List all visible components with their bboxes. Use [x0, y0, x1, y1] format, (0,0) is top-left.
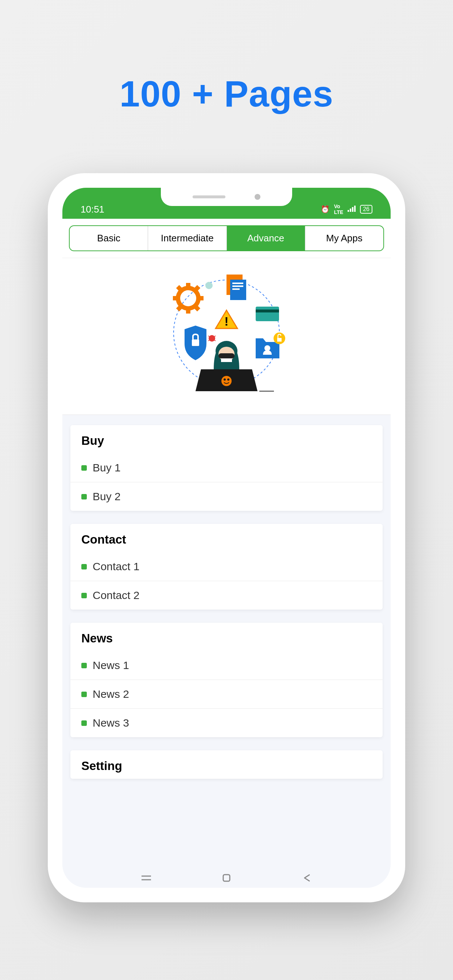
status-bar: 10:51 ⏰ VoLTE 26	[62, 188, 391, 219]
list-item[interactable]: Contact 1	[70, 552, 383, 581]
bullet-icon	[81, 494, 87, 500]
svg-rect-40	[223, 875, 230, 881]
svg-rect-6	[186, 283, 190, 288]
android-nav-bar	[62, 872, 391, 883]
svg-rect-2	[352, 207, 353, 212]
svg-point-14	[205, 282, 213, 289]
svg-rect-1	[350, 208, 351, 212]
svg-point-27	[265, 345, 270, 351]
list-item-label: News 2	[93, 688, 129, 700]
list-item[interactable]: News 1	[70, 651, 383, 680]
alarm-icon: ⏰	[321, 205, 330, 214]
section-title: Buy	[70, 425, 383, 453]
list-item-label: News 1	[93, 659, 129, 671]
svg-point-36	[227, 379, 230, 380]
svg-point-5	[178, 288, 198, 309]
status-icons: ⏰ VoLTE 26	[321, 204, 372, 215]
tab-basic[interactable]: Basic	[70, 226, 148, 250]
section-card-contact: ContactContact 1Contact 2	[70, 524, 383, 609]
hacker-illustration-icon: !	[153, 267, 300, 406]
section-items: Contact 1Contact 2	[70, 552, 383, 609]
list-item[interactable]: News 3	[70, 709, 383, 737]
tab-advance[interactable]: Advance	[227, 226, 305, 250]
svg-rect-9	[198, 296, 204, 301]
recent-apps-icon[interactable]	[139, 872, 153, 883]
bullet-icon	[81, 721, 87, 726]
status-time: 10:51	[81, 204, 104, 215]
section-title: News	[70, 623, 383, 651]
svg-rect-3	[354, 205, 356, 212]
svg-text:!: !	[224, 314, 228, 328]
svg-rect-18	[232, 285, 243, 287]
bullet-icon	[81, 663, 87, 668]
list-item-label: Contact 1	[93, 560, 139, 573]
list-item[interactable]: Contact 2	[70, 581, 383, 609]
section-card-news: NewsNews 1News 2News 3	[70, 623, 383, 737]
section-card-setting: Setting	[70, 750, 383, 779]
svg-rect-0	[348, 210, 349, 212]
section-title: Setting	[70, 750, 383, 779]
list-item[interactable]: Buy 1	[70, 453, 383, 482]
section-card-buy: BuyBuy 1Buy 2	[70, 425, 383, 511]
svg-rect-7	[186, 309, 190, 313]
section-title: Contact	[70, 524, 383, 552]
page-headline: 100 + Pages	[120, 73, 333, 115]
svg-rect-8	[173, 296, 178, 301]
svg-rect-23	[192, 339, 199, 346]
phone-frame: 10:51 ⏰ VoLTE 26 BasicIntermediateAdvanc…	[48, 173, 405, 902]
bullet-icon	[81, 692, 87, 697]
list-item[interactable]: Buy 2	[70, 482, 383, 511]
hero-illustration: !	[62, 258, 391, 415]
svg-point-35	[223, 379, 226, 380]
volte-icon: VoLTE	[334, 204, 343, 215]
phone-notch	[161, 188, 292, 206]
list-item-label: News 3	[93, 717, 129, 729]
svg-rect-21	[256, 310, 279, 312]
section-items: News 1News 2News 3	[70, 651, 383, 737]
tab-intermediate[interactable]: Intermediate	[148, 226, 226, 250]
svg-rect-32	[219, 353, 234, 358]
tabs-container: BasicIntermediateAdvanceMy Apps	[62, 219, 391, 258]
list-item-label: Buy 2	[93, 490, 121, 503]
signal-icon	[348, 205, 356, 214]
svg-rect-20	[256, 307, 279, 321]
bullet-icon	[81, 593, 87, 598]
svg-rect-29	[277, 338, 282, 342]
svg-rect-33	[221, 358, 232, 362]
segmented-tabs: BasicIntermediateAdvanceMy Apps	[69, 225, 384, 251]
back-icon[interactable]	[300, 872, 314, 883]
phone-screen: 10:51 ⏰ VoLTE 26 BasicIntermediateAdvanc…	[62, 188, 391, 888]
battery-icon: 26	[360, 205, 372, 214]
front-camera	[255, 194, 260, 200]
svg-rect-17	[232, 283, 243, 284]
list-item-label: Buy 1	[93, 461, 121, 474]
home-icon[interactable]	[219, 872, 234, 883]
bullet-icon	[81, 564, 87, 570]
svg-point-34	[222, 376, 231, 386]
content-list[interactable]: BuyBuy 1Buy 2ContactContact 1Contact 2Ne…	[62, 415, 391, 888]
list-item[interactable]: News 2	[70, 680, 383, 709]
svg-rect-19	[232, 288, 239, 290]
bullet-icon	[81, 465, 87, 471]
section-items: Buy 1Buy 2	[70, 453, 383, 511]
tab-my-apps[interactable]: My Apps	[305, 226, 383, 250]
list-item-label: Contact 2	[93, 589, 139, 601]
speaker-grill	[193, 196, 225, 198]
